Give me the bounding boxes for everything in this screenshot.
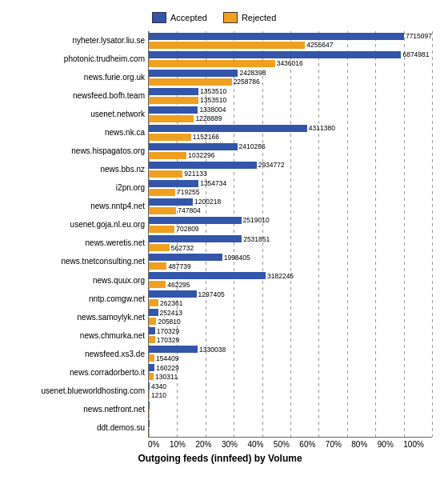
y-label: news.tnetconsulting.net [8, 258, 148, 266]
bar-accepted [149, 162, 257, 169]
bar-pair: 77150974255647 [149, 32, 432, 49]
bar-accepted-wrap: 252413 [149, 309, 432, 317]
legend-rejected: Rejected [223, 12, 276, 23]
bar-pair: 1998405487739 [149, 254, 432, 270]
x-axis-label: 10% [170, 440, 186, 449]
bar-rejected [149, 244, 170, 251]
bar-accepted [149, 420, 150, 427]
bar-rejected-label: 154409 [156, 354, 178, 362]
bar-row [149, 400, 432, 418]
y-label: newsfeed.xs3.de [8, 350, 148, 358]
bar-rejected-label: 719255 [177, 188, 199, 196]
x-axis-label: 60% [299, 440, 315, 449]
legend-rejected-box [223, 12, 238, 23]
bar-rejected-label: 3436016 [277, 59, 303, 67]
bar-rejected-wrap: 702809 [149, 225, 432, 233]
bar-rejected [149, 60, 275, 67]
bar-accepted [149, 272, 266, 279]
bar-accepted [149, 125, 307, 132]
bar-rejected-wrap: 2258786 [149, 78, 432, 86]
bar-accepted-wrap [149, 402, 432, 409]
bar-accepted-label: 2531851 [243, 235, 270, 243]
bar-row: 3182245462295 [149, 271, 432, 290]
y-label: news.quux.org [8, 277, 148, 285]
y-label: news.weretis.net [8, 239, 148, 247]
x-axis-label: 100% [403, 440, 424, 449]
bar-rejected-label: 747804 [178, 206, 200, 214]
bar-accepted-wrap: 1297405 [149, 290, 432, 298]
y-label: usenet.goja.nl.eu.org [8, 221, 148, 229]
bar-accepted-label: 1998405 [224, 254, 250, 262]
bar-accepted-label: 170329 [157, 327, 179, 335]
y-label: nntp.comgw.net [8, 295, 148, 303]
bar-row: 43113801152166 [149, 123, 432, 142]
y-label: news.furie.org.uk [8, 74, 148, 82]
bar-rejected [149, 226, 174, 233]
bar-rejected-label: 170329 [157, 336, 179, 344]
bar-accepted [149, 198, 193, 206]
bar-accepted [149, 402, 150, 409]
y-labels: nyheter.lysator.liu.sephotonic.trudheim.… [8, 31, 148, 438]
x-axis-label: 50% [274, 440, 290, 449]
legend-rejected-label: Rejected [242, 13, 276, 22]
bar-pair: 160229130311 [149, 364, 432, 381]
x-axis-label: 30% [222, 440, 238, 449]
bar-rejected-label: 921133 [184, 170, 206, 178]
bar-rejected [149, 281, 166, 288]
bar-accepted [149, 382, 150, 390]
bar-accepted-wrap: 6874981 [149, 50, 432, 58]
bar-pair [149, 402, 432, 417]
bar-rejected [149, 299, 158, 306]
bar-rejected [149, 42, 305, 49]
bar-rejected-wrap [149, 428, 432, 435]
bar-row: 43401210 [149, 382, 432, 400]
y-label: ddt.demos.su [8, 424, 148, 432]
bar-accepted-label: 6874981 [402, 50, 429, 58]
bar-accepted [149, 290, 197, 298]
bar-row: 2934772921133 [149, 160, 432, 178]
bar-accepted-wrap [149, 420, 432, 427]
bar-rejected [149, 391, 150, 398]
bar-accepted-label: 4340 [151, 382, 166, 390]
x-axis-label: 90% [378, 440, 394, 449]
bar-rejected-label: 562732 [171, 244, 194, 252]
bar-row: 1200218747804 [149, 197, 432, 215]
bar-accepted [149, 235, 242, 242]
bar-accepted [149, 217, 242, 224]
bar-accepted [149, 106, 198, 114]
bar-rejected-label: 1152166 [193, 133, 219, 141]
bar-row: 2531851562732 [149, 234, 432, 253]
bar-accepted-label: 2410286 [239, 142, 266, 150]
bar-rejected-wrap: 154409 [149, 354, 432, 362]
bar-pair [149, 420, 432, 435]
bar-accepted-wrap: 3182245 [149, 272, 432, 280]
legend-accepted: Accepted [152, 12, 207, 23]
bar-accepted-wrap: 4311380 [149, 124, 432, 132]
bar-rejected [149, 354, 154, 362]
bar-row: 170329170329 [149, 326, 432, 345]
bar-row: 1354734719255 [149, 178, 432, 197]
bar-pair: 13380041228889 [149, 106, 432, 122]
bar-accepted-label: 1330038 [199, 346, 226, 354]
bar-rejected-label: 1353510 [200, 96, 226, 104]
bar-pair: 24102861032296 [149, 142, 432, 159]
bar-accepted-wrap: 1330038 [149, 346, 432, 354]
x-axis-label: 20% [195, 440, 211, 449]
bar-rejected-wrap: 3436016 [149, 59, 432, 67]
bar-accepted-wrap: 7715097 [149, 32, 432, 40]
y-label: usenet.blueworldhosting.com [8, 387, 148, 395]
y-label: news.hispagatos.org [8, 147, 148, 155]
bar-accepted [149, 51, 401, 58]
bar-pair: 24283982258786 [149, 69, 432, 86]
x-axis-label: 40% [247, 440, 263, 449]
bar-accepted [149, 33, 404, 40]
bar-accepted-wrap: 1998405 [149, 254, 432, 262]
bar-pair: 1330038154409 [149, 346, 432, 362]
y-label: news.nntp4.net [8, 202, 148, 210]
bar-pair: 43401210 [149, 382, 432, 399]
bar-accepted [149, 346, 198, 353]
bar-rejected-label: 1210 [151, 391, 166, 399]
bar-accepted-wrap: 2934772 [149, 161, 432, 169]
bar-rejected [149, 115, 194, 122]
x-axis-labels: 0%10%20%30%40%50%60%70%80%90%100% [8, 440, 432, 449]
